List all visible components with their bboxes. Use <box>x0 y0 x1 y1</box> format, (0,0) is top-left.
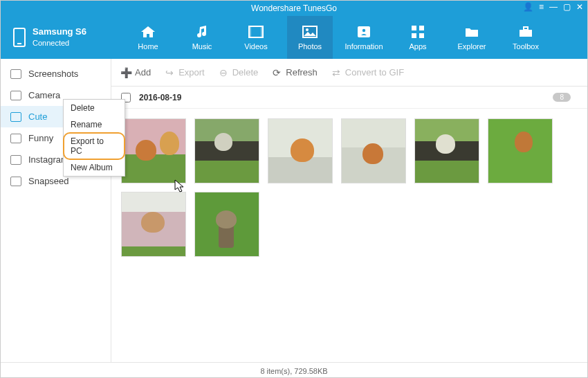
gif-icon: ⇄ <box>331 68 341 78</box>
photo-thumb[interactable] <box>414 118 479 183</box>
user-icon[interactable]: 👤 <box>523 2 533 12</box>
svg-rect-10 <box>419 33 424 38</box>
device-name: Samsung S6 <box>33 26 86 38</box>
info-icon <box>355 24 373 39</box>
ctx-delete[interactable]: Delete <box>64 100 125 116</box>
tab-home[interactable]: Home <box>125 16 171 59</box>
photo-thumb[interactable] <box>121 192 186 257</box>
album-icon <box>10 177 21 186</box>
tab-label: Toolbox <box>513 42 539 51</box>
photo-grid <box>111 109 587 362</box>
tab-label: Videos <box>244 42 267 51</box>
svg-point-4 <box>306 28 309 31</box>
album-icon <box>10 134 21 143</box>
delete-label: Delete <box>232 67 259 78</box>
photos-icon <box>301 24 319 39</box>
sidebar-item-label: Cute <box>28 111 47 122</box>
svg-point-6 <box>362 29 365 32</box>
tab-label: Apps <box>409 42 426 51</box>
export-icon: ↪ <box>165 68 174 78</box>
music-icon <box>193 24 211 39</box>
status-text: 8 item(s), 729.58KB <box>260 367 327 375</box>
refresh-label: Refresh <box>286 67 318 78</box>
tab-label: Explorer <box>458 42 486 51</box>
toolbar: ➕ Add ↪ Export ⊖ Delete ⟳ Refresh ⇄ Conv… <box>111 59 587 87</box>
ctx-export-to-pc[interactable]: Export to PC <box>63 132 125 160</box>
sidebar-item-label: Camera <box>28 90 60 100</box>
refresh-button[interactable]: ⟳ Refresh <box>272 67 318 78</box>
svg-rect-12 <box>524 27 528 30</box>
device-status: Connected <box>33 38 86 48</box>
delete-button[interactable]: ⊖ Delete <box>219 67 259 78</box>
nav-tabs: Home Music Videos Photos Information App… <box>111 16 587 59</box>
photo-thumb[interactable] <box>194 192 259 257</box>
add-label: Add <box>135 67 151 78</box>
svg-rect-8 <box>419 26 424 30</box>
app-title: Wondershare TunesGo <box>251 3 337 13</box>
tab-label: Music <box>192 42 212 51</box>
photo-thumb[interactable] <box>194 118 259 183</box>
count-badge: 8 <box>553 93 571 102</box>
svg-rect-2 <box>261 26 263 37</box>
tab-photos[interactable]: Photos <box>287 16 333 59</box>
export-label: Export <box>178 67 205 78</box>
sidebar-item-screenshots[interactable]: Screenshots <box>1 63 111 84</box>
photo-thumb[interactable] <box>268 118 333 183</box>
status-bar: 8 item(s), 729.58KB <box>1 362 587 378</box>
gif-label: Convert to GIF <box>345 67 404 78</box>
photo-thumb[interactable] <box>121 118 186 183</box>
sidebar-item-label: Snapseed <box>28 176 69 186</box>
date-header: 2016-08-19 8 <box>111 87 587 109</box>
toolbox-icon <box>517 24 535 39</box>
tab-videos[interactable]: Videos <box>233 16 279 59</box>
tab-label: Photos <box>298 42 322 51</box>
minus-icon: ⊖ <box>219 68 228 78</box>
nav-row: Samsung S6 Connected Home Music Videos P… <box>1 16 587 59</box>
tab-information[interactable]: Information <box>341 16 387 59</box>
video-icon <box>247 24 265 39</box>
tab-label: Home <box>138 42 158 51</box>
main: Screenshots Camera Cute Funny Instagram … <box>1 59 587 362</box>
add-button[interactable]: ➕ Add <box>121 67 151 78</box>
album-icon <box>10 112 21 122</box>
photo-thumb[interactable] <box>488 118 553 183</box>
apps-icon <box>409 24 427 39</box>
sidebar-item-label: Funny <box>28 133 53 143</box>
phone-icon <box>13 28 26 47</box>
tab-apps[interactable]: Apps <box>395 16 441 59</box>
plus-icon: ➕ <box>121 68 131 78</box>
folder-icon <box>463 24 481 39</box>
home-icon <box>139 24 157 39</box>
maximize-button[interactable]: ▢ <box>563 2 571 12</box>
content: ➕ Add ↪ Export ⊖ Delete ⟳ Refresh ⇄ Conv… <box>111 59 587 362</box>
album-icon <box>10 69 21 79</box>
svg-rect-11 <box>520 30 532 37</box>
convert-gif-button[interactable]: ⇄ Convert to GIF <box>331 67 404 78</box>
device-panel[interactable]: Samsung S6 Connected <box>1 16 111 59</box>
tab-toolbox[interactable]: Toolbox <box>503 16 549 59</box>
minimize-button[interactable]: — <box>549 2 558 12</box>
album-icon <box>10 91 21 100</box>
header: Wondershare TunesGo 👤 ≡ — ▢ ✕ Samsung S6… <box>1 1 587 59</box>
tab-explorer[interactable]: Explorer <box>449 16 495 59</box>
date-label: 2016-08-19 <box>139 93 181 102</box>
export-button[interactable]: ↪ Export <box>165 67 205 78</box>
close-button[interactable]: ✕ <box>576 2 583 12</box>
svg-rect-1 <box>249 26 251 37</box>
titlebar: Wondershare TunesGo 👤 ≡ — ▢ ✕ <box>1 1 587 16</box>
sidebar: Screenshots Camera Cute Funny Instagram … <box>1 59 111 362</box>
device-text: Samsung S6 Connected <box>33 26 86 48</box>
ctx-rename[interactable]: Rename <box>64 116 125 133</box>
svg-rect-9 <box>412 33 416 38</box>
menu-icon[interactable]: ≡ <box>539 2 544 12</box>
svg-rect-7 <box>412 26 416 30</box>
tab-label: Information <box>344 42 383 51</box>
refresh-icon: ⟳ <box>272 68 282 78</box>
sidebar-item-label: Screenshots <box>28 69 78 79</box>
window-controls: 👤 ≡ — ▢ ✕ <box>523 2 583 12</box>
tab-music[interactable]: Music <box>179 16 225 59</box>
context-menu: Delete Rename Export to PC New Album <box>63 99 125 177</box>
photo-thumb[interactable] <box>341 118 406 183</box>
ctx-new-album[interactable]: New Album <box>64 159 125 176</box>
album-icon <box>10 155 21 165</box>
